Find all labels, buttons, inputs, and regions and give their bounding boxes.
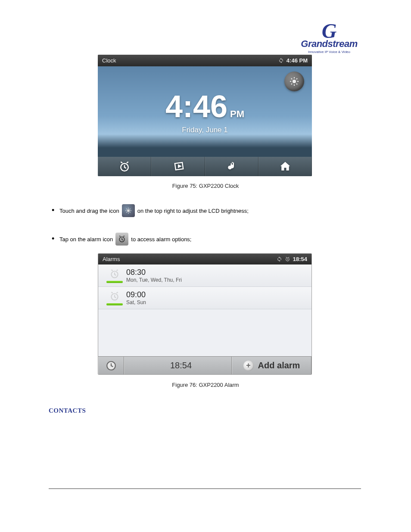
alarm-bottom-bar: 18:54 + Add alarm: [98, 356, 311, 374]
clock-main-time: 4:46 PM: [165, 89, 244, 124]
bullet-list: Touch and drag the icon on the top right…: [59, 204, 249, 261]
alarm-row[interactable]: 09:00 Sat, Sun: [98, 287, 311, 309]
alarm-info: 08:30 Mon, Tue, Wed, Thu, Fri: [126, 268, 182, 283]
alarm-time: 08:30: [126, 268, 182, 277]
bottom-time: 18:54: [170, 361, 192, 370]
gallery-button[interactable]: [151, 157, 205, 176]
add-alarm-label: Add alarm: [258, 361, 300, 370]
svg-line-7: [291, 84, 292, 84]
clock-title: Clock: [102, 57, 278, 64]
sync-icon: [278, 58, 284, 63]
alarm-days: Mon, Tue, Wed, Thu, Fri: [126, 277, 182, 283]
logo-brand: Grandstream: [295, 38, 364, 50]
add-alarm-button[interactable]: + Add alarm: [232, 357, 311, 374]
svg-line-17: [126, 209, 127, 210]
clock-status: 4:46 PM: [278, 57, 308, 64]
music-button[interactable]: [205, 157, 258, 176]
alarm-status-icon: [285, 256, 290, 262]
brightness-button[interactable]: [284, 72, 304, 91]
alarm-topbar: Alarms 18:54: [98, 254, 311, 264]
alarm-row-icon: [109, 268, 120, 280]
svg-marker-11: [179, 165, 181, 167]
alarm-icon-inline: [115, 233, 128, 246]
bullet-brightness: Touch and drag the icon on the top right…: [59, 204, 249, 217]
alarm-days: Sat, Sun: [126, 299, 146, 305]
alarm-icon: [118, 160, 131, 173]
bullet-text: Touch and drag the icon: [59, 208, 119, 214]
alarm-info: 09:00 Sat, Sun: [126, 290, 146, 305]
svg-line-5: [291, 78, 292, 79]
svg-point-12: [127, 209, 130, 212]
alarm-enabled-bar: [106, 281, 123, 283]
alarm-list: 08:30 Mon, Tue, Wed, Thu, Fri 09:00 Sat,…: [98, 264, 311, 356]
brightness-icon: [289, 76, 299, 87]
svg-line-19: [126, 212, 127, 213]
alarm-row[interactable]: 08:30 Mon, Tue, Wed, Thu, Fri: [98, 264, 311, 287]
clock-date: Friday, June 1: [182, 126, 227, 134]
alarm-toggle[interactable]: [103, 291, 126, 305]
time-digits: 4:46: [165, 89, 227, 124]
svg-line-8: [296, 78, 297, 79]
clock-topbar: Clock 4:46 PM: [98, 55, 312, 66]
bullet-alarm: Tap on the alarm icon to access alarm op…: [59, 233, 249, 246]
brand-logo: G Grandstream Innovative IP Voice & Vide…: [295, 24, 364, 54]
svg-point-0: [293, 80, 296, 83]
alarm-time: 09:00: [126, 290, 146, 299]
clock-screenshot: Clock 4:46 PM 4:46 PM Friday, June 1: [98, 55, 312, 176]
time-ampm: PM: [230, 109, 244, 120]
figure-caption-clock: Figure 75: GXP2200 Clock: [0, 183, 411, 189]
sync-icon: [277, 256, 282, 262]
svg-line-20: [130, 209, 131, 210]
status-time: 18:54: [293, 256, 307, 262]
alarm-button[interactable]: [98, 157, 151, 176]
status-time: 4:46 PM: [286, 57, 308, 64]
back-to-clock-button[interactable]: [98, 357, 124, 374]
alarm-toggle[interactable]: [103, 268, 126, 283]
home-button[interactable]: [258, 157, 312, 176]
bullet-text: on the top right to adjust the LCD brigh…: [137, 208, 249, 214]
logo-initial: G: [295, 24, 364, 38]
music-icon: [225, 160, 238, 173]
gallery-icon: [171, 160, 184, 173]
clock-icon: [106, 360, 117, 371]
contacts-heading: CONTACTS: [49, 407, 86, 414]
alarm-screenshot: Alarms 18:54 08:30 Mon, Tue, Wed, Thu, F…: [98, 253, 312, 375]
current-time-cell: 18:54: [124, 357, 232, 374]
plus-icon: +: [243, 361, 254, 371]
alarm-title: Alarms: [103, 256, 277, 262]
clock-toolbar: [98, 157, 312, 176]
brightness-icon-inline: [122, 204, 135, 217]
page-divider: [49, 488, 361, 489]
alarm-status: 18:54: [277, 256, 307, 262]
logo-tagline: Innovative IP Voice & Video: [295, 50, 364, 54]
figure-caption-alarm: Figure 76: GXP2200 Alarm: [0, 382, 411, 388]
svg-line-6: [296, 84, 297, 84]
svg-line-18: [130, 212, 131, 213]
home-icon: [279, 160, 292, 173]
bullet-text: Tap on the alarm icon: [59, 236, 113, 243]
alarm-enabled-bar: [106, 303, 123, 305]
bullet-text: to access alarm options;: [131, 236, 191, 243]
clock-face: 4:46 PM Friday, June 1: [98, 66, 312, 157]
alarm-row-icon: [109, 291, 120, 302]
